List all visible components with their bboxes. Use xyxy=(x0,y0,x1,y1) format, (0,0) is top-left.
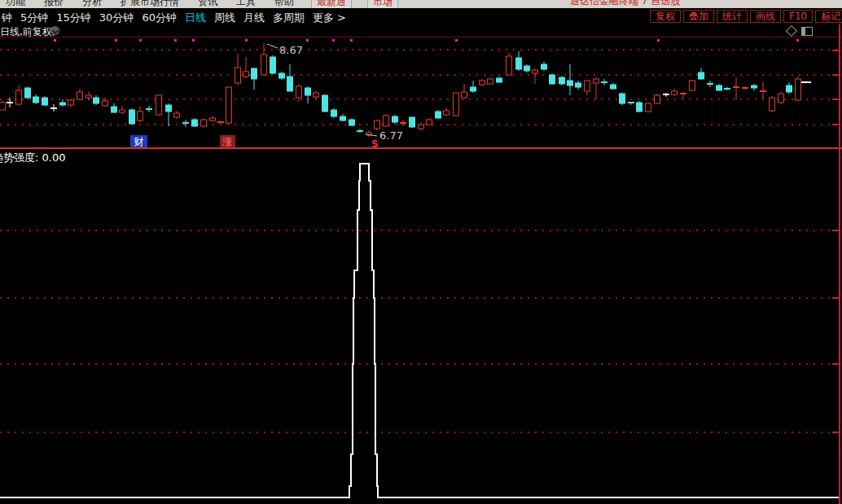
candle xyxy=(174,111,180,119)
toolbar-button-0[interactable]: 复权 xyxy=(650,10,681,23)
period-tab-8[interactable]: 多周期 xyxy=(273,11,305,25)
month-dot xyxy=(174,39,177,42)
month-dot xyxy=(54,39,56,42)
sell-marker: S xyxy=(371,138,379,147)
month-dot xyxy=(350,39,353,42)
low-price-label: 6.77 xyxy=(379,129,403,142)
period-tab-7[interactable]: 月线 xyxy=(243,11,265,25)
candle xyxy=(787,82,792,94)
candle xyxy=(261,43,267,76)
toolbar-button-5[interactable]: 标记 xyxy=(815,10,842,23)
toolbar-button-3[interactable]: 画线 xyxy=(750,10,781,23)
candle xyxy=(314,90,319,99)
candle xyxy=(550,73,555,85)
month-dot xyxy=(332,39,335,42)
candle xyxy=(620,92,625,105)
candle xyxy=(192,118,198,127)
window-panel-icon[interactable] xyxy=(801,27,813,36)
chart-right-border xyxy=(839,24,840,504)
indicator-label: 趋势强度: 0.00 xyxy=(0,151,65,165)
promo-text[interactable]: 通达信金融终端 7 自选股 xyxy=(570,0,680,8)
candle xyxy=(542,62,547,71)
candle xyxy=(559,76,565,85)
candle xyxy=(235,54,241,85)
candle xyxy=(752,84,757,90)
candle xyxy=(594,77,599,99)
month-dot xyxy=(657,39,660,42)
toolbar-button-2[interactable]: 统计 xyxy=(717,10,748,23)
candle xyxy=(699,68,704,80)
period-tab-1[interactable]: 5分钟 xyxy=(20,11,48,25)
chart-title-row: 日线,前复权) xyxy=(0,24,842,37)
candle xyxy=(349,118,355,126)
candle xyxy=(663,93,669,97)
candle xyxy=(516,51,522,71)
candle xyxy=(655,94,660,104)
chevron-down-icon[interactable] xyxy=(50,26,59,35)
toolbar-button-1[interactable]: 叠加 xyxy=(683,10,714,23)
period-toolbar: 钟5分钟15分钟30分钟60分钟日线周线月线多周期更多 > 复权叠加统计画线F1… xyxy=(0,8,842,24)
high-price-label: 8.67 xyxy=(279,44,303,56)
candle xyxy=(628,102,634,105)
cai-badge-label: 财 xyxy=(134,136,144,147)
month-dot xyxy=(192,39,195,42)
period-tab-6[interactable]: 周线 xyxy=(214,11,235,25)
month-dot xyxy=(115,39,117,42)
candle xyxy=(680,92,686,99)
candle xyxy=(524,64,530,72)
period-tab-2[interactable]: 15分钟 xyxy=(56,11,91,25)
toolbar-button-4[interactable]: F10 xyxy=(783,10,813,23)
candle xyxy=(778,92,784,104)
period-tab-0[interactable]: 钟 xyxy=(2,11,12,25)
candle xyxy=(672,89,678,96)
period-tab-3[interactable]: 30分钟 xyxy=(99,11,134,25)
candle xyxy=(217,121,224,124)
candle xyxy=(340,114,346,121)
candle xyxy=(210,116,216,122)
candlestick-chart: 8.676.77S财涨 xyxy=(0,37,842,147)
candle xyxy=(690,80,695,91)
candle xyxy=(444,108,450,116)
candle xyxy=(252,68,257,90)
month-dot xyxy=(139,39,142,42)
month-dot xyxy=(245,39,248,42)
candle xyxy=(138,106,143,122)
period-tab-5[interactable]: 日线 xyxy=(185,11,206,25)
candle xyxy=(480,79,485,86)
candle xyxy=(454,92,459,116)
candle xyxy=(585,80,590,95)
period-tab-4[interactable]: 60分钟 xyxy=(142,11,177,25)
candle xyxy=(533,68,538,84)
diamond-icon[interactable] xyxy=(786,25,797,37)
candle xyxy=(400,120,406,126)
candle xyxy=(488,77,493,85)
indicator-spike-line xyxy=(0,164,839,497)
candle xyxy=(243,57,249,78)
month-dot xyxy=(455,39,458,42)
candle xyxy=(42,96,48,106)
indicator-chart xyxy=(0,149,842,504)
candle xyxy=(601,79,607,85)
candle xyxy=(16,85,22,106)
period-tab-9[interactable]: 更多 > xyxy=(313,11,346,25)
zhang-badge-label: 涨 xyxy=(222,136,233,147)
candle xyxy=(357,129,363,133)
candle xyxy=(507,53,512,76)
candle xyxy=(270,55,276,74)
month-dot xyxy=(306,39,309,42)
candle xyxy=(724,87,730,90)
candle xyxy=(392,115,398,124)
candle xyxy=(646,103,651,112)
candle xyxy=(60,99,66,107)
candle xyxy=(226,86,232,124)
candle xyxy=(146,106,152,112)
candle xyxy=(410,116,415,128)
candle xyxy=(733,77,739,100)
candle xyxy=(637,101,642,112)
candle xyxy=(129,108,135,125)
candle xyxy=(68,99,74,107)
app-window: { "menu_bar": { "items": ["功能", "报价", "分… xyxy=(0,0,842,504)
candle xyxy=(462,84,467,99)
period-tabs: 钟5分钟15分钟30分钟60分钟日线周线月线多周期更多 > xyxy=(2,11,346,25)
candle xyxy=(279,72,285,80)
